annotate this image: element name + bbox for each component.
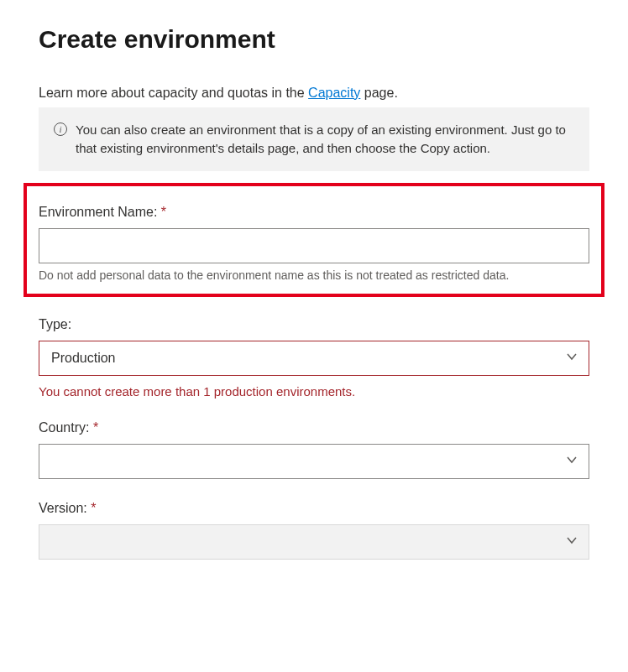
type-error-text: You cannot create more than 1 production… — [39, 384, 589, 399]
capacity-link[interactable]: Capacity — [308, 86, 360, 100]
country-label: Country: * — [39, 420, 589, 435]
intro-prefix: Learn more about capacity and quotas in … — [39, 86, 308, 100]
required-asterisk: * — [161, 205, 166, 219]
country-field: Country: * — [39, 420, 589, 479]
info-box: i You can also create an environment tha… — [39, 107, 589, 171]
info-icon: i — [54, 122, 67, 136]
version-label: Version: * — [39, 501, 589, 516]
type-field: Type: Production You cannot create more … — [39, 317, 589, 399]
type-select[interactable]: Production — [39, 341, 589, 376]
country-select[interactable] — [39, 444, 589, 479]
environment-name-highlight: Environment Name: * Do not add personal … — [24, 183, 604, 297]
intro-text: Learn more about capacity and quotas in … — [39, 86, 589, 101]
required-asterisk: * — [91, 501, 96, 515]
type-selected-value: Production — [51, 351, 116, 366]
intro-suffix: page. — [360, 86, 397, 100]
info-text: You can also create an environment that … — [76, 121, 574, 158]
page-title: Create environment — [39, 25, 589, 54]
type-label: Type: — [39, 317, 589, 332]
required-asterisk: * — [93, 420, 98, 435]
environment-name-input[interactable] — [39, 228, 589, 263]
environment-name-helper: Do not add personal data to the environm… — [39, 268, 589, 282]
environment-name-label: Environment Name: * — [39, 205, 589, 220]
version-field: Version: * — [39, 501, 589, 560]
version-select[interactable] — [39, 524, 589, 560]
